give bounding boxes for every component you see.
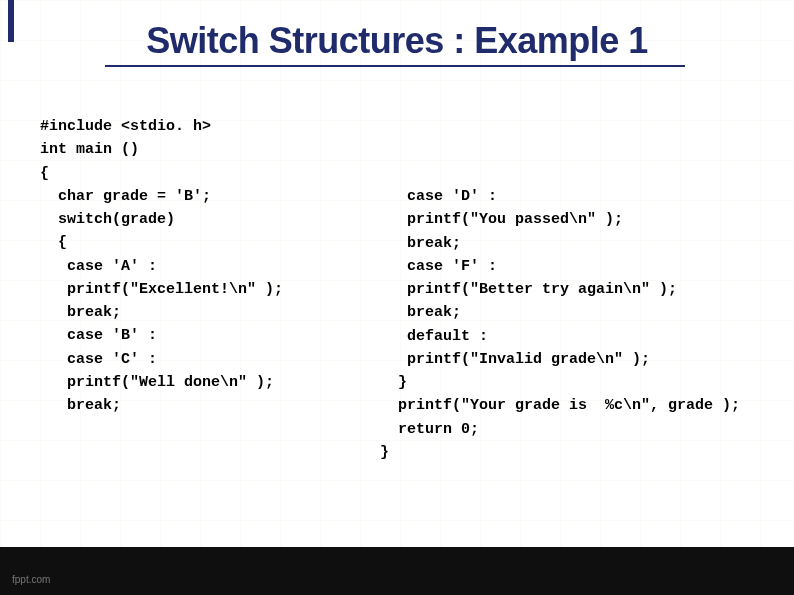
code-area: #include <stdio. h> int main () { char g…	[40, 115, 774, 464]
title-underline	[105, 65, 685, 67]
slide-title: Switch Structures : Example 1	[0, 20, 794, 62]
footer-brand: fppt.com	[12, 574, 50, 585]
footer-bar: fppt.com	[0, 547, 794, 595]
code-column-right: case 'D' : printf("You passed\n" ); brea…	[380, 115, 774, 464]
code-column-left: #include <stdio. h> int main () { char g…	[40, 115, 380, 464]
slide-container: Switch Structures : Example 1 #include <…	[0, 0, 794, 595]
